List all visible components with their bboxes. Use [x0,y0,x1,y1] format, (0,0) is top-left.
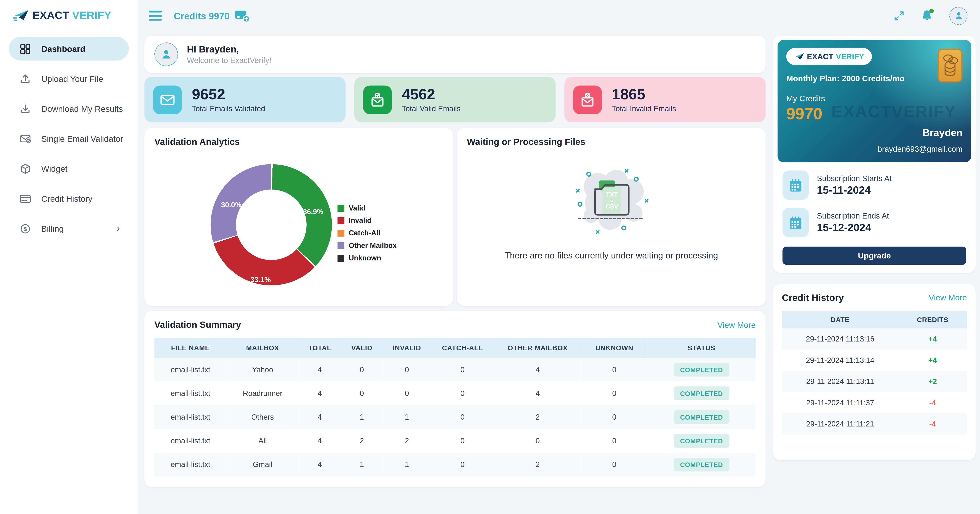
table-cell: 0 [431,405,494,429]
donut-ring [211,164,332,286]
sidebar-item-label: Dashboard [41,44,85,54]
credits-chip[interactable]: Credits 9970 [173,9,250,22]
credit-history-table: DATE CREDITS 29-11-2024 11:13:16+429-11-… [782,311,967,435]
sidebar-item-widget[interactable]: Widget [9,157,129,180]
upgrade-button[interactable]: Upgrade [783,247,966,265]
subscription-start-label: Subscription Starts At [817,174,892,183]
stat-cards: 9652 Total Emails Validated 4562 Total V… [145,77,766,122]
brand-name-secondary: VERIFY [72,9,111,22]
credits-label: Credits 9970 [173,10,229,21]
download-icon [19,103,31,115]
credit-card-icon [19,193,31,205]
brand-name-primary: EXACT [807,52,834,61]
sidebar-item-single-email-validator[interactable]: Single Email Validator [9,127,129,151]
sidebar-item-dashboard[interactable]: Dashboard [9,37,129,60]
brand-name-secondary: VERIFY [836,52,864,61]
credit-history-row: 29-11-2024 11:11:21-4 [782,413,967,435]
sidebar-item-upload-your-file[interactable]: Upload Your File [9,67,129,90]
sidebar-item-credit-history[interactable]: Credit History [9,187,129,210]
brand-logo-pill: EXACTVERIFY [786,48,872,65]
table-cell: 2 [341,429,383,453]
slice-label-valid: 36.9% [303,208,323,216]
column-header: UNKNOWN [581,338,647,358]
credit-history-panel: Credit History View More DATE CREDITS 29… [773,284,976,460]
notification-badge [929,9,934,13]
plan-user-email: brayden693@gmail.com [878,145,963,154]
table-cell: 4 [494,358,581,381]
view-more-link[interactable]: View More [718,320,756,329]
brand-logo[interactable]: EXACTVERIFY [0,0,138,28]
plan-user-name: Brayden [923,127,963,139]
coins-icon [937,49,963,82]
donut-chart: 36.9% 33.1% 30.0% [211,164,332,286]
column-header: OTHER MAILBOX [494,338,581,358]
avatar [154,43,178,66]
column-header: INVALID [383,338,431,358]
svg-text:TXT: TXT [606,191,618,198]
subscription-end-row: Subscription Ends At 15-12-2024 [783,208,966,237]
sidebar-item-billing[interactable]: $ Billing › [9,217,129,240]
table-cell: Yahoo [227,358,299,381]
sidebar-item-label: Widget [41,164,67,173]
fullscreen-button[interactable] [894,10,904,21]
legend-item[interactable]: Valid [337,204,397,212]
column-header: STATUS [648,338,756,358]
status-badge: COMPLETED [674,458,729,471]
table-header-row: FILE NAMEMAILBOXTOTALVALIDINVALIDCATCH-A… [154,338,756,358]
notifications-button[interactable] [921,10,933,22]
legend-item[interactable]: Unknown [337,254,397,262]
empty-folder-illustration: TXT or CSV [562,163,661,236]
credit-amount: +2 [898,377,967,386]
email-check-icon [19,133,31,145]
table-cell: All [227,429,299,453]
table-cell: 1 [341,453,383,476]
table-cell: 0 [431,358,494,381]
stat-total-invalid: 1865 Total Invalid Emails [564,77,765,122]
table-cell: 0 [581,381,647,405]
my-credits-value: 9970 [786,105,963,124]
dashboard-grid-icon [19,43,31,55]
legend-label: Other Mailbox [349,242,397,249]
legend-item[interactable]: Other Mailbox [337,242,397,249]
status-cell: COMPLETED [648,405,756,429]
view-more-link[interactable]: View More [929,293,967,302]
table-cell: 0 [581,453,647,476]
person-icon [953,11,963,21]
sidebar-item-label: Billing [41,224,64,233]
table-cell: 0 [383,358,431,381]
menu-toggle-button[interactable] [149,11,162,21]
waiting-processing-panel: Waiting or Processing Files TXT or CSV [457,128,765,306]
table-cell: 1 [383,453,431,476]
credit-amount: -4 [898,398,967,407]
sidebar-item-label: Download My Results [41,104,123,113]
legend-swatch [337,217,344,224]
subscription-end-label: Subscription Ends At [817,211,889,220]
credit-amount: +4 [898,356,967,365]
table-cell: email-list.txt [154,381,227,405]
legend-label: Valid [349,204,366,212]
table-header-row: DATE CREDITS [782,311,967,328]
upload-icon [19,73,31,85]
table-cell: 0 [581,358,647,381]
legend-item[interactable]: Catch-All [337,229,397,236]
credit-amount: +4 [898,335,967,343]
envelope-check-icon [363,85,392,114]
column-header: MAILBOX [227,338,299,358]
sidebar-item-download-my-results[interactable]: Download My Results [9,97,129,121]
credit-date: 29-11-2024 11:13:16 [782,335,898,343]
user-menu-button[interactable] [950,6,967,24]
credit-history-row: 29-11-2024 11:13:16+4 [782,328,967,349]
welcome-greeting: Hi Brayden, [187,43,271,55]
panel-title: Waiting or Processing Files [467,137,756,147]
status-cell: COMPLETED [648,429,756,453]
credit-history-row: 29-11-2024 11:13:11+2 [782,371,967,392]
sidebar-item-label: Credit History [41,194,92,203]
column-header: VALID [341,338,383,358]
stat-total-validated: 9652 Total Emails Validated [145,77,346,122]
column-header-credits: CREDITS [898,316,967,324]
legend-item[interactable]: Invalid [337,217,397,224]
welcome-card: Hi Brayden, Welcome to ExactVerify! [145,36,766,73]
widget-box-icon [19,163,31,175]
topbar: Credits 9970 [138,0,980,31]
stat-label: Total Invalid Emails [612,105,676,113]
